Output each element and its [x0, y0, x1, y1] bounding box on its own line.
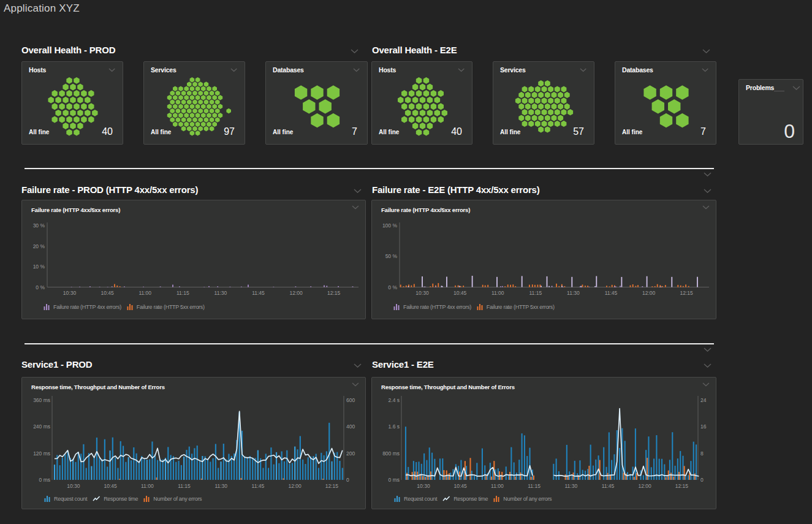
svg-text:11:00: 11:00 — [138, 290, 151, 296]
svg-text:0 ms: 0 ms — [39, 477, 50, 483]
svg-text:0 %: 0 % — [36, 284, 45, 290]
svg-text:400: 400 — [346, 423, 355, 430]
svg-text:0 ms: 0 ms — [389, 477, 400, 483]
svg-text:12:00: 12:00 — [639, 483, 652, 489]
svg-text:10:45: 10:45 — [104, 483, 117, 489]
svg-text:12:15: 12:15 — [680, 290, 694, 296]
svg-text:12:15: 12:15 — [327, 290, 341, 296]
svg-text:11:00: 11:00 — [141, 483, 154, 489]
svg-text:120 ms: 120 ms — [33, 450, 50, 457]
svg-text:10:30: 10:30 — [63, 290, 77, 296]
svg-text:11:30: 11:30 — [567, 290, 580, 296]
svg-text:11:15: 11:15 — [178, 483, 191, 489]
svg-text:100 %: 100 % — [382, 222, 398, 229]
svg-text:10:45: 10:45 — [101, 290, 114, 296]
svg-text:12:00: 12:00 — [642, 290, 656, 296]
svg-text:1.6 s: 1.6 s — [389, 423, 400, 430]
svg-text:11:30: 11:30 — [564, 483, 577, 489]
svg-text:11:30: 11:30 — [214, 483, 227, 489]
svg-text:0: 0 — [700, 477, 704, 483]
svg-text:600: 600 — [346, 397, 355, 403]
svg-text:11:45: 11:45 — [602, 483, 615, 489]
svg-text:10:30: 10:30 — [415, 290, 429, 296]
svg-text:11:30: 11:30 — [214, 290, 227, 296]
svg-text:11:15: 11:15 — [176, 290, 189, 296]
svg-text:16: 16 — [700, 423, 707, 430]
svg-text:11:00: 11:00 — [491, 290, 504, 296]
svg-text:30 %: 30 % — [33, 222, 45, 229]
svg-text:12:00: 12:00 — [289, 290, 303, 296]
svg-text:12:15: 12:15 — [325, 483, 339, 489]
svg-text:360 ms: 360 ms — [33, 397, 50, 403]
svg-text:11:45: 11:45 — [252, 290, 265, 296]
svg-text:10:30: 10:30 — [417, 483, 430, 489]
svg-text:50 %: 50 % — [385, 253, 398, 259]
svg-text:10:45: 10:45 — [453, 290, 467, 296]
svg-text:24: 24 — [700, 397, 707, 403]
svg-text:200: 200 — [346, 450, 355, 457]
svg-text:800 ms: 800 ms — [382, 450, 400, 457]
svg-text:12:00: 12:00 — [288, 483, 302, 489]
svg-text:10:30: 10:30 — [67, 483, 80, 489]
svg-text:11:45: 11:45 — [605, 290, 618, 296]
svg-text:240 ms: 240 ms — [33, 423, 50, 430]
svg-text:2.4 s: 2.4 s — [389, 397, 400, 403]
svg-text:20 %: 20 % — [33, 243, 45, 249]
svg-text:11:45: 11:45 — [252, 483, 265, 489]
svg-text:10:45: 10:45 — [454, 483, 468, 489]
svg-text:11:00: 11:00 — [491, 483, 504, 489]
svg-text:12:15: 12:15 — [675, 483, 689, 489]
svg-text:8: 8 — [700, 450, 704, 457]
svg-text:0 %: 0 % — [388, 284, 397, 290]
svg-text:0: 0 — [346, 477, 349, 483]
svg-text:10 %: 10 % — [33, 264, 45, 270]
svg-text:11:15: 11:15 — [528, 483, 541, 489]
svg-text:11:15: 11:15 — [529, 290, 542, 296]
